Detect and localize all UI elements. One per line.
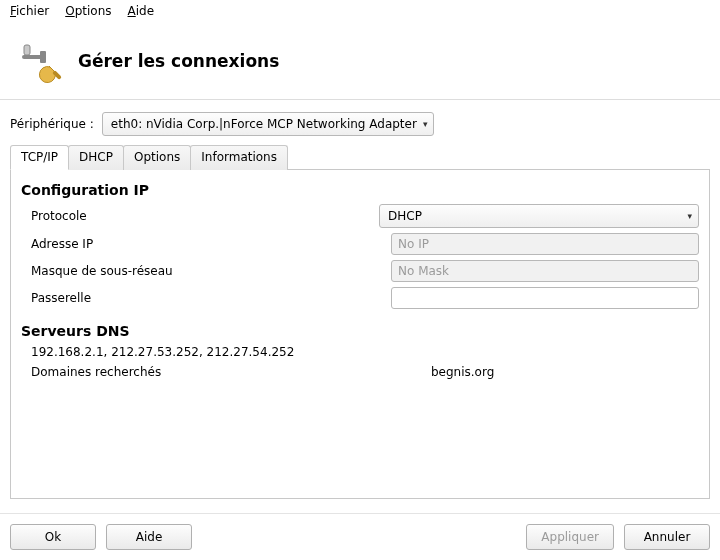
tab-info-label: Informations <box>201 150 277 164</box>
tabpanel-tcpip: Configuration IP Protocole DHCP ▾ Adress… <box>10 169 710 499</box>
cancel-label: Annuler <box>644 530 691 544</box>
help-button[interactable]: Aide <box>106 524 192 550</box>
tab-informations[interactable]: Informations <box>190 145 288 170</box>
ok-label: Ok <box>45 530 61 544</box>
tab-tcpip-label: TCP/IP <box>21 150 58 164</box>
tab-dhcp-label: DHCP <box>79 150 113 164</box>
tab-dhcp[interactable]: DHCP <box>68 145 124 170</box>
subnet-mask-input <box>391 260 699 282</box>
ok-button[interactable]: Ok <box>10 524 96 550</box>
section-dns: Serveurs DNS <box>21 323 699 339</box>
dns-search-label: Domaines recherchés <box>31 365 431 379</box>
cancel-button[interactable]: Annuler <box>624 524 710 550</box>
menu-help[interactable]: Aide <box>128 4 155 18</box>
device-label: Périphérique : <box>10 117 94 131</box>
apply-label: Appliquer <box>541 530 599 544</box>
protocol-value: DHCP <box>388 209 422 223</box>
menu-options[interactable]: Options <box>65 4 111 18</box>
help-label: Aide <box>136 530 163 544</box>
section-ip-config: Configuration IP <box>21 182 699 198</box>
menu-file-rest: ichier <box>16 4 49 18</box>
ip-address-label: Adresse IP <box>31 237 391 251</box>
tab-options-label: Options <box>134 150 180 164</box>
chevron-down-icon: ▾ <box>681 211 692 221</box>
gateway-input[interactable] <box>391 287 699 309</box>
menu-file[interactable]: Fichier <box>10 4 49 18</box>
dns-servers: 192.168.2.1, 212.27.53.252, 212.27.54.25… <box>21 345 699 359</box>
device-combo[interactable]: eth0: nVidia Corp.|nForce MCP Networking… <box>102 112 435 136</box>
chevron-down-icon: ▾ <box>417 119 428 129</box>
protocol-label: Protocole <box>31 209 379 223</box>
protocol-combo[interactable]: DHCP ▾ <box>379 204 699 228</box>
menu-options-rest: ptions <box>75 4 112 18</box>
tab-options[interactable]: Options <box>123 145 191 170</box>
svg-rect-1 <box>40 51 46 63</box>
ip-address-input <box>391 233 699 255</box>
device-value: eth0: nVidia Corp.|nForce MCP Networking… <box>111 117 417 131</box>
svg-rect-3 <box>24 45 30 55</box>
gateway-label: Passerelle <box>31 291 391 305</box>
dns-search-value: begnis.org <box>431 365 494 379</box>
connections-icon <box>16 37 64 85</box>
apply-button: Appliquer <box>526 524 614 550</box>
tab-tcpip[interactable]: TCP/IP <box>10 145 69 170</box>
page-title: Gérer les connexions <box>78 51 279 71</box>
menu-help-rest: ide <box>136 4 154 18</box>
subnet-mask-label: Masque de sous-réseau <box>31 264 391 278</box>
